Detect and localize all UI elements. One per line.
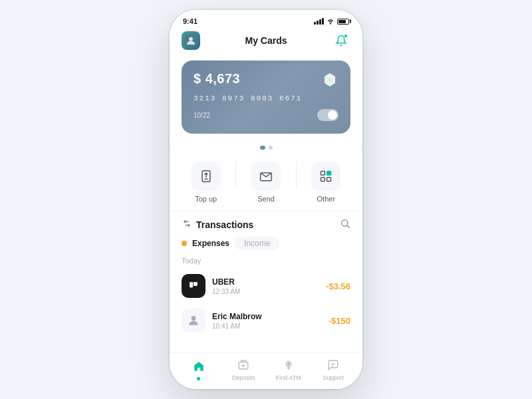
header: My Cards: [170, 29, 362, 55]
transactions-section: Transactions Expenses Income Today: [170, 211, 362, 352]
transactions-title: Transactions: [196, 219, 253, 230]
credit-card[interactable]: $ 4,673 3213 8973 8903 6671 10/22: [182, 61, 350, 134]
svg-point-21: [192, 316, 196, 321]
transaction-info: Eric Malbrow 10:41 AM: [212, 312, 322, 330]
uber-icon: [182, 274, 205, 298]
status-bar: 9:41: [170, 10, 362, 29]
other-label: Other: [317, 195, 336, 203]
card-footer: 10/22: [194, 109, 338, 121]
other-action[interactable]: Other: [297, 162, 356, 203]
send-action[interactable]: Send: [236, 162, 295, 203]
nav-support[interactable]: Support: [311, 358, 356, 381]
transaction-item[interactable]: UBER 12:33 AM -$3.56: [170, 269, 362, 303]
quick-actions: Top up Send Other: [170, 155, 362, 211]
svg-rect-14: [327, 178, 331, 182]
status-icons: [314, 17, 349, 26]
phone-frame: 9:41 My C: [170, 10, 362, 389]
svg-rect-11: [321, 172, 325, 176]
dot-active: [260, 146, 265, 150]
status-time: 9:41: [183, 17, 198, 25]
home-icon: [192, 359, 206, 374]
send-label: Send: [257, 195, 275, 203]
nav-find-atm[interactable]: Find ATM: [266, 358, 311, 381]
card-toggle[interactable]: [317, 109, 338, 121]
top-up-action[interactable]: Top up: [176, 162, 235, 203]
deposits-icon: [236, 358, 251, 372]
transaction-info: UBER 12:33 AM: [212, 277, 319, 295]
svg-rect-12: [327, 172, 331, 176]
battery-icon: [337, 19, 349, 25]
notification-bell-button[interactable]: [332, 31, 350, 50]
send-icon-wrap: [251, 162, 281, 191]
transaction-amount: -$3.56: [326, 281, 350, 291]
transaction-time: 10:41 AM: [212, 323, 322, 330]
signal-icon: [314, 18, 324, 25]
transaction-name: UBER: [212, 277, 319, 287]
top-up-icon-wrap: [192, 162, 221, 191]
deposits-label: Deposits: [232, 374, 255, 381]
svg-rect-13: [321, 178, 325, 182]
find-atm-label: Find ATM: [276, 374, 301, 381]
support-label: Support: [323, 374, 344, 381]
svg-line-20: [347, 225, 350, 228]
card-expiry: 10/22: [194, 112, 210, 119]
transactions-left: Transactions: [182, 218, 253, 231]
transaction-amount: -$150: [329, 316, 350, 326]
nav-deposits[interactable]: Deposits: [221, 358, 267, 381]
card-number: 3213 8973 8903 6671: [194, 94, 338, 102]
avatar[interactable]: [182, 31, 200, 50]
header-title: My Cards: [245, 35, 287, 46]
transaction-item[interactable]: Eric Malbrow 10:41 AM -$150: [170, 303, 362, 338]
toggle-dot: [328, 110, 337, 120]
wifi-icon: [327, 17, 334, 26]
tab-expenses[interactable]: Expenses: [192, 239, 229, 248]
notification-dot: [344, 34, 348, 38]
home-active-dot: [197, 377, 200, 380]
transaction-tabs: Expenses Income: [170, 237, 362, 255]
bottom-nav: Deposits Find ATM Support: [170, 352, 362, 389]
tab-income[interactable]: Income: [235, 237, 279, 250]
dot-inactive: [269, 146, 273, 150]
card-section: $ 4,673 3213 8973 8903 6671 10/22: [170, 55, 362, 140]
svg-point-1: [189, 37, 193, 41]
svg-point-19: [342, 220, 348, 226]
person-icon: [182, 309, 205, 332]
support-icon: [326, 358, 340, 372]
nav-home[interactable]: [176, 359, 221, 380]
svg-point-26: [287, 363, 289, 365]
section-date: Today: [170, 255, 362, 269]
transactions-header: Transactions: [170, 211, 362, 237]
transaction-name: Eric Malbrow: [212, 312, 322, 321]
transaction-time: 12:33 AM: [212, 288, 319, 295]
expenses-dot: [182, 241, 187, 246]
find-atm-icon: [281, 358, 296, 372]
filter-icon[interactable]: [182, 218, 192, 231]
card-dots-indicator: [170, 146, 362, 150]
other-icon-wrap: [311, 162, 340, 191]
card-balance: $ 4,673: [194, 71, 338, 86]
search-icon[interactable]: [340, 218, 350, 231]
card-logo-icon: [320, 70, 340, 90]
top-up-label: Top up: [195, 195, 217, 203]
